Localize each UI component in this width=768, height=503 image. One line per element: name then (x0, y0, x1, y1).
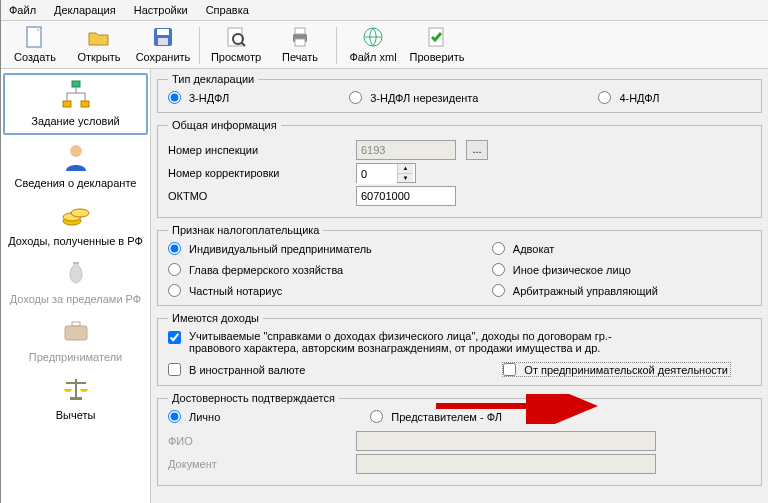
radio-label: Арбитражный управляющий (513, 285, 658, 297)
radio-label: Адвокат (513, 243, 555, 255)
radio-advocate[interactable]: Адвокат (492, 242, 658, 255)
radio-4ndfl[interactable]: 4-НДФЛ (598, 91, 659, 104)
tool-save[interactable]: Сохранить (131, 23, 195, 68)
group-general-info: Общая информация Номер инспекции ... Ном… (157, 119, 762, 218)
radio-input[interactable] (370, 410, 383, 423)
checkbox-input[interactable] (168, 363, 181, 376)
radio-input[interactable] (492, 263, 505, 276)
svg-rect-21 (72, 322, 80, 326)
menu-help[interactable]: Справка (200, 2, 255, 18)
new-icon (23, 25, 47, 49)
open-icon (87, 25, 111, 49)
svg-rect-15 (81, 101, 89, 107)
radio-notary[interactable]: Частный нотариус (168, 284, 372, 297)
radio-3ndfl-nonres[interactable]: 3-НДФЛ нерезидента (349, 91, 478, 104)
radio-3ndfl[interactable]: 3-НДФЛ (168, 91, 229, 104)
radio-label: Представителем - ФЛ (391, 411, 502, 423)
tool-print-label: Печать (282, 51, 318, 63)
menu-bar: Файл Декларация Настройки Справка (1, 0, 768, 21)
tool-open[interactable]: Открыть (67, 23, 131, 68)
radio-input[interactable] (168, 410, 181, 423)
radio-other[interactable]: Иное физическое лицо (492, 263, 658, 276)
toolbar-separator (199, 27, 200, 64)
svg-rect-14 (63, 101, 71, 107)
tool-check[interactable]: Проверить (405, 23, 469, 68)
sidebar-item-entrepreneurs[interactable]: Предприниматели (1, 311, 150, 369)
radio-3ndfl-input[interactable] (168, 91, 181, 104)
sidebar-item-income-abroad[interactable]: Доходы за пределами РФ (1, 253, 150, 311)
radio-representative[interactable]: Представителем - ФЛ (370, 410, 502, 423)
label-correction: Номер корректировки (168, 167, 348, 179)
save-icon (151, 25, 175, 49)
check-foreign-currency[interactable]: В иностранной валюте (168, 362, 305, 377)
radio-4ndfl-input[interactable] (598, 91, 611, 104)
legend-general: Общая информация (168, 119, 281, 131)
tool-new[interactable]: Создать (3, 23, 67, 68)
radio-label: 4-НДФЛ (619, 92, 659, 104)
radio-label: Лично (189, 411, 220, 423)
sidebar-item-label: Сведения о декларанте (15, 177, 137, 189)
tool-new-label: Создать (14, 51, 56, 63)
input-inspection (356, 140, 456, 160)
menu-settings[interactable]: Настройки (128, 2, 194, 18)
person-icon (60, 141, 92, 173)
label-doc: Документ (168, 458, 348, 470)
checkbox-input[interactable] (503, 363, 516, 376)
radio-input[interactable] (168, 242, 181, 255)
input-doc (356, 454, 656, 474)
sidebar-item-label: Задание условий (31, 115, 119, 127)
tool-preview[interactable]: Просмотр (204, 23, 268, 68)
svg-rect-4 (158, 38, 168, 45)
sidebar-item-label: Вычеты (56, 409, 96, 421)
svg-rect-24 (70, 397, 82, 400)
sidebar-item-income-rf[interactable]: Доходы, полученные в РФ (1, 195, 150, 253)
menu-file[interactable]: Файл (3, 2, 42, 18)
radio-farmer[interactable]: Глава фермерского хозяйства (168, 263, 372, 276)
svg-rect-20 (65, 326, 87, 340)
group-confirmation: Достоверность подтверждается Лично Предс… (157, 392, 762, 486)
svg-rect-9 (295, 28, 305, 34)
checkbox-input[interactable] (168, 331, 181, 344)
sidebar-item-label: Доходы, полученные в РФ (8, 235, 143, 247)
bag-icon (60, 257, 92, 289)
print-icon (288, 25, 312, 49)
radio-label: 3-НДФЛ нерезидента (370, 92, 478, 104)
radio-input[interactable] (168, 284, 181, 297)
checkbox-label: От предпринимательской деятельности (524, 364, 728, 376)
spinner-correction[interactable]: ▲ ▼ (356, 163, 416, 183)
briefcase-icon (60, 315, 92, 347)
toolbar-separator (336, 27, 337, 64)
check-income-standard[interactable]: Учитываемые "справками о доходах физичес… (168, 330, 751, 354)
legend-decl-type: Тип декларации (168, 73, 258, 85)
sidebar-item-conditions[interactable]: Задание условий (3, 73, 148, 135)
tool-save-label: Сохранить (136, 51, 191, 63)
radio-3ndfl-nonres-input[interactable] (349, 91, 362, 104)
preview-icon (224, 25, 248, 49)
tool-open-label: Открыть (77, 51, 120, 63)
svg-rect-3 (157, 29, 169, 35)
svg-point-19 (71, 209, 89, 217)
menu-declaration[interactable]: Декларация (48, 2, 122, 18)
input-oktmo[interactable] (356, 186, 456, 206)
tool-print[interactable]: Печать (268, 23, 332, 68)
spin-up-icon[interactable]: ▲ (398, 164, 413, 174)
radio-input[interactable] (492, 242, 505, 255)
label-fio: ФИО (168, 435, 348, 447)
radio-arbitr[interactable]: Арбитражный управляющий (492, 284, 658, 297)
radio-self[interactable]: Лично (168, 410, 220, 423)
check-entrepreneur-income[interactable]: От предпринимательской деятельности (502, 362, 731, 377)
input-correction[interactable] (357, 164, 397, 184)
tool-xml[interactable]: Файл xml (341, 23, 405, 68)
radio-input[interactable] (168, 263, 181, 276)
label-oktmo: ОКТМО (168, 190, 348, 202)
radio-input[interactable] (492, 284, 505, 297)
radio-ip[interactable]: Индивидуальный предприниматель (168, 242, 372, 255)
tool-check-label: Проверить (409, 51, 464, 63)
sidebar-item-declarant[interactable]: Сведения о декларанте (1, 137, 150, 195)
sidebar-item-deductions[interactable]: Вычеты (1, 369, 150, 427)
xml-icon (361, 25, 385, 49)
content-panel: Тип декларации 3-НДФЛ 3-НДФЛ нерезидента… (151, 69, 768, 503)
lookup-inspection-button[interactable]: ... (466, 140, 488, 160)
tree-icon (60, 79, 92, 111)
spin-down-icon[interactable]: ▼ (398, 174, 413, 183)
